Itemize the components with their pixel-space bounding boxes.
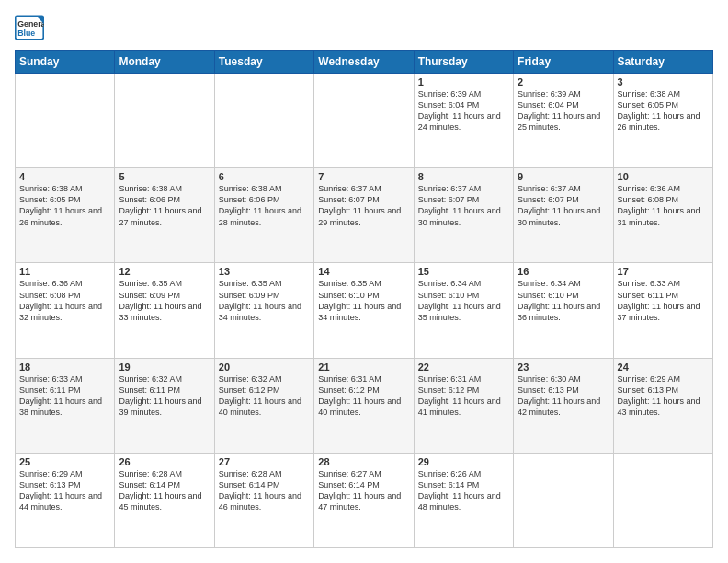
calendar-week-2: 4 Sunrise: 6:38 AM Sunset: 6:05 PM Dayli… xyxy=(16,168,713,263)
day-info: Sunrise: 6:36 AM Sunset: 6:08 PM Dayligh… xyxy=(618,183,709,228)
day-number: 4 xyxy=(19,171,110,182)
calendar-week-1: 1 Sunrise: 6:39 AM Sunset: 6:04 PM Dayli… xyxy=(16,74,713,168)
weekday-header-wednesday: Wednesday xyxy=(314,51,414,74)
calendar-day xyxy=(514,453,613,547)
day-info: Sunrise: 6:28 AM Sunset: 6:14 PM Dayligh… xyxy=(119,468,210,513)
calendar-day: 21 Sunrise: 6:31 AM Sunset: 6:12 PM Dayl… xyxy=(314,358,414,453)
calendar-day: 20 Sunrise: 6:32 AM Sunset: 6:12 PM Dayl… xyxy=(214,358,313,453)
day-number: 22 xyxy=(418,362,509,373)
day-info: Sunrise: 6:37 AM Sunset: 6:07 PM Dayligh… xyxy=(418,183,509,228)
day-info: Sunrise: 6:34 AM Sunset: 6:10 PM Dayligh… xyxy=(518,278,609,323)
calendar-day: 3 Sunrise: 6:38 AM Sunset: 6:05 PM Dayli… xyxy=(613,74,712,168)
day-info: Sunrise: 6:33 AM Sunset: 6:11 PM Dayligh… xyxy=(618,278,709,323)
day-number: 17 xyxy=(618,266,709,277)
calendar-day: 6 Sunrise: 6:38 AM Sunset: 6:06 PM Dayli… xyxy=(214,168,313,263)
day-number: 15 xyxy=(418,266,509,277)
day-number: 21 xyxy=(318,362,409,373)
day-number: 7 xyxy=(318,171,409,182)
calendar-day: 10 Sunrise: 6:36 AM Sunset: 6:08 PM Dayl… xyxy=(613,168,712,263)
day-info: Sunrise: 6:31 AM Sunset: 6:12 PM Dayligh… xyxy=(418,373,509,419)
day-number: 1 xyxy=(418,76,509,87)
calendar-day: 14 Sunrise: 6:35 AM Sunset: 6:10 PM Dayl… xyxy=(314,263,414,358)
svg-text:Blue: Blue xyxy=(17,29,35,38)
calendar-day: 29 Sunrise: 6:26 AM Sunset: 6:14 PM Dayl… xyxy=(414,453,513,547)
day-info: Sunrise: 6:33 AM Sunset: 6:11 PM Dayligh… xyxy=(19,373,110,419)
calendar-day xyxy=(16,74,115,168)
day-number: 28 xyxy=(318,456,409,467)
day-info: Sunrise: 6:35 AM Sunset: 6:09 PM Dayligh… xyxy=(219,278,310,323)
calendar-week-5: 25 Sunrise: 6:29 AM Sunset: 6:13 PM Dayl… xyxy=(16,453,713,547)
day-info: Sunrise: 6:38 AM Sunset: 6:06 PM Dayligh… xyxy=(219,183,310,228)
day-number: 25 xyxy=(19,456,110,467)
calendar-day: 22 Sunrise: 6:31 AM Sunset: 6:12 PM Dayl… xyxy=(414,358,513,453)
calendar-day: 7 Sunrise: 6:37 AM Sunset: 6:07 PM Dayli… xyxy=(314,168,414,263)
calendar-day: 23 Sunrise: 6:30 AM Sunset: 6:13 PM Dayl… xyxy=(514,358,613,453)
calendar-day: 28 Sunrise: 6:27 AM Sunset: 6:14 PM Dayl… xyxy=(314,453,414,547)
weekday-header-saturday: Saturday xyxy=(613,51,712,74)
weekday-header-friday: Friday xyxy=(514,51,613,74)
day-info: Sunrise: 6:34 AM Sunset: 6:10 PM Dayligh… xyxy=(418,278,509,323)
day-info: Sunrise: 6:38 AM Sunset: 6:05 PM Dayligh… xyxy=(19,183,110,228)
day-info: Sunrise: 6:35 AM Sunset: 6:09 PM Dayligh… xyxy=(119,278,210,323)
day-number: 3 xyxy=(618,76,709,87)
calendar-day: 1 Sunrise: 6:39 AM Sunset: 6:04 PM Dayli… xyxy=(414,74,513,168)
calendar-week-4: 18 Sunrise: 6:33 AM Sunset: 6:11 PM Dayl… xyxy=(16,358,713,453)
weekday-header-thursday: Thursday xyxy=(414,51,513,74)
day-info: Sunrise: 6:32 AM Sunset: 6:12 PM Dayligh… xyxy=(219,373,310,419)
calendar-day xyxy=(314,74,414,168)
day-info: Sunrise: 6:37 AM Sunset: 6:07 PM Dayligh… xyxy=(518,183,609,228)
day-number: 19 xyxy=(119,362,210,373)
calendar-day: 13 Sunrise: 6:35 AM Sunset: 6:09 PM Dayl… xyxy=(214,263,313,358)
day-number: 6 xyxy=(219,171,310,182)
day-number: 9 xyxy=(518,171,609,182)
weekday-header-tuesday: Tuesday xyxy=(214,51,313,74)
header: General Blue xyxy=(15,15,713,40)
day-number: 20 xyxy=(219,362,310,373)
calendar-day: 18 Sunrise: 6:33 AM Sunset: 6:11 PM Dayl… xyxy=(16,358,115,453)
day-info: Sunrise: 6:31 AM Sunset: 6:12 PM Dayligh… xyxy=(318,373,409,419)
logo: General Blue xyxy=(15,15,44,40)
page: General Blue SundayMondayTuesdayWednesda… xyxy=(0,0,728,563)
calendar-day: 26 Sunrise: 6:28 AM Sunset: 6:14 PM Dayl… xyxy=(115,453,214,547)
weekday-header-sunday: Sunday xyxy=(16,51,115,74)
day-number: 23 xyxy=(518,362,609,373)
day-info: Sunrise: 6:37 AM Sunset: 6:07 PM Dayligh… xyxy=(318,183,409,228)
calendar-day: 19 Sunrise: 6:32 AM Sunset: 6:11 PM Dayl… xyxy=(115,358,214,453)
day-number: 16 xyxy=(518,266,609,277)
calendar-day: 2 Sunrise: 6:39 AM Sunset: 6:04 PM Dayli… xyxy=(514,74,613,168)
day-number: 13 xyxy=(219,266,310,277)
weekday-header-row: SundayMondayTuesdayWednesdayThursdayFrid… xyxy=(16,51,713,74)
calendar-day xyxy=(214,74,313,168)
day-info: Sunrise: 6:35 AM Sunset: 6:10 PM Dayligh… xyxy=(318,278,409,323)
calendar-day: 4 Sunrise: 6:38 AM Sunset: 6:05 PM Dayli… xyxy=(16,168,115,263)
day-number: 10 xyxy=(618,171,709,182)
day-number: 18 xyxy=(19,362,110,373)
day-info: Sunrise: 6:32 AM Sunset: 6:11 PM Dayligh… xyxy=(119,373,210,419)
calendar-day: 11 Sunrise: 6:36 AM Sunset: 6:08 PM Dayl… xyxy=(16,263,115,358)
day-info: Sunrise: 6:28 AM Sunset: 6:14 PM Dayligh… xyxy=(219,468,310,513)
day-info: Sunrise: 6:39 AM Sunset: 6:04 PM Dayligh… xyxy=(418,88,509,133)
day-number: 24 xyxy=(618,362,709,373)
day-number: 11 xyxy=(19,266,110,277)
day-info: Sunrise: 6:39 AM Sunset: 6:04 PM Dayligh… xyxy=(518,88,609,133)
calendar-day xyxy=(115,74,214,168)
day-info: Sunrise: 6:29 AM Sunset: 6:13 PM Dayligh… xyxy=(618,373,709,419)
calendar-day: 24 Sunrise: 6:29 AM Sunset: 6:13 PM Dayl… xyxy=(613,358,712,453)
calendar-day: 5 Sunrise: 6:38 AM Sunset: 6:06 PM Dayli… xyxy=(115,168,214,263)
day-number: 2 xyxy=(518,76,609,87)
calendar-day: 16 Sunrise: 6:34 AM Sunset: 6:10 PM Dayl… xyxy=(514,263,613,358)
day-number: 29 xyxy=(418,456,509,467)
calendar-day xyxy=(613,453,712,547)
day-number: 14 xyxy=(318,266,409,277)
logo-icon: General Blue xyxy=(15,15,44,40)
calendar-table: SundayMondayTuesdayWednesdayThursdayFrid… xyxy=(15,50,713,548)
day-info: Sunrise: 6:29 AM Sunset: 6:13 PM Dayligh… xyxy=(19,468,110,513)
calendar-day: 27 Sunrise: 6:28 AM Sunset: 6:14 PM Dayl… xyxy=(214,453,313,547)
calendar-day: 15 Sunrise: 6:34 AM Sunset: 6:10 PM Dayl… xyxy=(414,263,513,358)
day-number: 5 xyxy=(119,171,210,182)
weekday-header-monday: Monday xyxy=(115,51,214,74)
day-info: Sunrise: 6:38 AM Sunset: 6:06 PM Dayligh… xyxy=(119,183,210,228)
day-info: Sunrise: 6:26 AM Sunset: 6:14 PM Dayligh… xyxy=(418,468,509,513)
day-info: Sunrise: 6:36 AM Sunset: 6:08 PM Dayligh… xyxy=(19,278,110,323)
calendar-day: 17 Sunrise: 6:33 AM Sunset: 6:11 PM Dayl… xyxy=(613,263,712,358)
